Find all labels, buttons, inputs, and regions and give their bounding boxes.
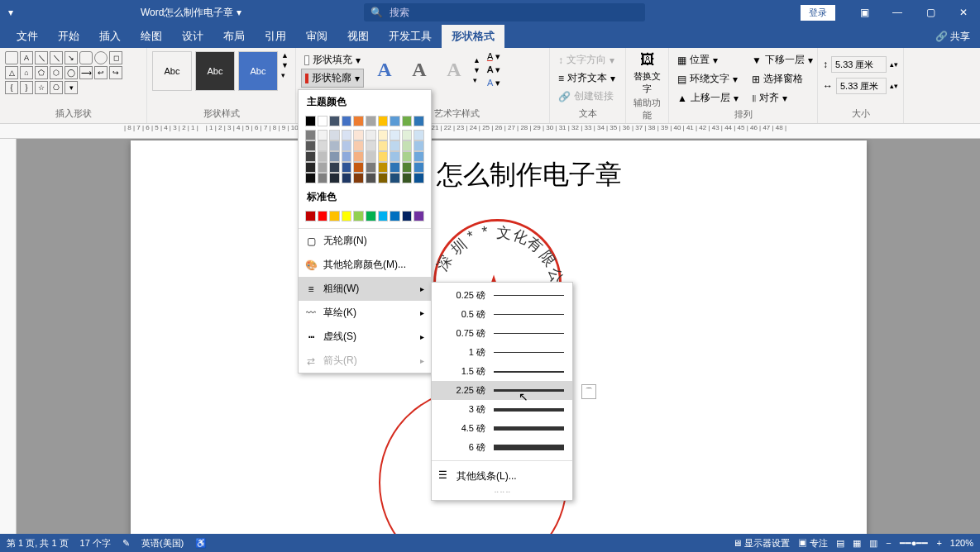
send-backward-button[interactable]: ▼下移一层 ▾ (748, 51, 816, 69)
weight-1-5[interactable]: 1.5 磅 (432, 362, 572, 381)
align-text-button[interactable]: ≡对齐文本 ▾ (555, 69, 620, 87)
wa-scroll-down[interactable]: ▼ (473, 66, 480, 74)
no-outline-item[interactable]: ▢无轮廓(N) (299, 229, 431, 253)
print-layout-icon[interactable]: ▦ (853, 538, 861, 549)
horizontal-ruler: | 8 | 7 | 6 | 5 | 4 | 3 | 2 | 1 | | 1 | … (0, 124, 980, 139)
page-status[interactable]: 第 1 页, 共 1 页 (7, 537, 69, 550)
weight-1[interactable]: 1 磅 (432, 343, 572, 362)
height-icon: ↕ (823, 59, 828, 70)
language-status[interactable]: 英语(美国) (141, 537, 184, 550)
shape-fill-button[interactable]: 形状填充 ▾ (301, 51, 364, 69)
accessibility-status-icon[interactable]: ♿ (195, 538, 207, 549)
tab-references[interactable]: 引用 (255, 25, 296, 48)
text-fill-button[interactable]: A ▾ (487, 51, 500, 62)
document-title[interactable]: Word怎么制作电子章 ▾ (141, 6, 241, 20)
wordart-gallery[interactable]: A A A (369, 55, 470, 86)
style-scroll-up[interactable]: ▲ (281, 51, 289, 59)
shape-outline-button[interactable]: 形状轮廓 ▾ (301, 69, 364, 88)
create-link-button: 🔗创建链接 (555, 88, 620, 105)
text-outline-button[interactable]: A ▾ (487, 64, 500, 75)
search-placeholder: 搜索 (390, 6, 409, 20)
read-mode-icon[interactable]: ▤ (836, 538, 844, 549)
weight-2-25[interactable]: 2.25 磅 (432, 381, 572, 400)
sketched-item[interactable]: 〰草绘(K)▸ (299, 301, 431, 325)
shape-width-input[interactable]: 5.33 厘米 (836, 78, 887, 94)
weight-icon: ≡ (305, 283, 317, 295)
tab-view[interactable]: 视图 (337, 25, 379, 48)
weight-item[interactable]: ≡粗细(W)▸ (299, 277, 431, 301)
wrap-text-button[interactable]: ▤环绕文字 ▾ (674, 70, 742, 88)
wa-more[interactable]: ▾ (473, 76, 480, 84)
spellcheck-icon[interactable]: ✎ (122, 538, 130, 549)
shape-height-input[interactable]: 5.33 厘米 (831, 56, 887, 73)
tab-insert[interactable]: 插入 (89, 25, 131, 48)
layout-options-button[interactable]: ⌒ (581, 384, 596, 399)
weight-0-75[interactable]: 0.75 磅 (432, 324, 572, 343)
tab-review[interactable]: 审阅 (296, 25, 337, 48)
focus-mode[interactable]: ▣ 专注 (798, 537, 828, 550)
text-effects-button[interactable]: A ▾ (487, 78, 500, 88)
no-outline-icon: ▢ (305, 236, 317, 247)
theme-colors-label: 主题颜色 (299, 90, 431, 114)
close-button[interactable]: ✕ (947, 0, 980, 25)
weight-3[interactable]: 3 磅 (432, 400, 572, 419)
standard-color-row[interactable] (299, 209, 431, 223)
display-settings[interactable]: 🖥 显示器设置 (733, 537, 790, 550)
forward-icon: ▲ (677, 93, 687, 104)
tab-file[interactable]: 文件 (7, 25, 48, 48)
search-box[interactable]: 🔍 搜索 (364, 3, 645, 21)
theme-color-row[interactable] (299, 114, 431, 128)
doc-title-text: 怎么制作电子章 (437, 157, 622, 193)
position-button[interactable]: ▦位置 ▾ (674, 51, 742, 69)
tab-design[interactable]: 设计 (172, 25, 213, 48)
weight-4-5[interactable]: 4.5 磅 (432, 419, 572, 438)
text-direction-button: ↕文字方向 ▾ (555, 51, 620, 69)
selection-pane-button[interactable]: ⊞选择窗格 (748, 70, 816, 88)
tab-layout[interactable]: 布局 (213, 25, 255, 48)
zoom-slider[interactable]: ━━●━━ (900, 538, 929, 549)
group-accessibility-label: 辅助功能 (631, 95, 663, 121)
autosave-icon[interactable]: ▾ (8, 7, 13, 18)
mouse-cursor: ↖ (519, 390, 528, 403)
shape-gallery[interactable]: A＼＼↘ ◻△⌂⬠⬡◯⟶ ↩↪{}☆⎔▾ (5, 51, 125, 94)
chevron-right-icon: ▸ (420, 356, 424, 365)
other-lines-item[interactable]: ☰其他线条(L)... (432, 464, 572, 488)
ribbon-display-icon[interactable]: ▣ (848, 0, 881, 25)
group-text-label: 文本 (555, 106, 620, 120)
maximize-button[interactable]: ▢ (914, 0, 947, 25)
statusbar: 第 1 页, 共 1 页 17 个字 ✎ 英语(美国) ♿ 🖥 显示器设置 ▣ … (0, 534, 980, 552)
login-button[interactable]: 登录 (801, 5, 835, 21)
zoom-out[interactable]: − (886, 538, 891, 548)
sketch-icon: 〰 (305, 307, 317, 319)
standard-colors-label: 标准色 (299, 185, 431, 209)
bring-forward-button[interactable]: ▲上移一层 ▾ (674, 89, 742, 107)
selection-icon: ⊞ (752, 74, 760, 85)
word-count[interactable]: 17 个字 (80, 537, 111, 550)
tab-home[interactable]: 开始 (48, 25, 89, 48)
position-icon: ▦ (677, 55, 686, 66)
zoom-level[interactable]: 120% (950, 538, 973, 548)
web-layout-icon[interactable]: ▥ (869, 538, 877, 549)
weight-6[interactable]: 6 磅 (432, 438, 572, 457)
tab-shape-format[interactable]: 形状格式 (442, 25, 504, 48)
alt-text-button[interactable]: 🖼 替换文字 (631, 51, 663, 95)
style-scroll-down[interactable]: ▼ (281, 61, 289, 69)
zoom-in[interactable]: + (936, 538, 941, 548)
style-more[interactable]: ▾ (281, 71, 289, 79)
wa-scroll-up[interactable]: ▲ (473, 56, 480, 64)
more-colors-item[interactable]: 🎨其他轮廓颜色(M)... (299, 253, 431, 277)
minimize-button[interactable]: — (881, 0, 914, 25)
group-shape-style-label: 形状样式 (152, 106, 290, 120)
align-icon: ⫴ (752, 93, 756, 104)
weight-0-5[interactable]: 0.5 磅 (432, 305, 572, 324)
align-button[interactable]: ⫴对齐 ▾ (748, 89, 816, 107)
text-direction-icon: ↕ (558, 55, 563, 66)
group-size-label: 大小 (823, 106, 898, 120)
tab-draw[interactable]: 绘图 (131, 25, 172, 48)
weight-0-25[interactable]: 0.25 磅 (432, 286, 572, 305)
dashes-item[interactable]: ┅虚线(S)▸ (299, 325, 431, 349)
dashes-icon: ┅ (305, 331, 317, 343)
share-button[interactable]: 🔗 共享 (925, 26, 980, 48)
shape-style-gallery[interactable]: Abc Abc Abc (152, 51, 278, 91)
tab-developer[interactable]: 开发工具 (379, 25, 442, 48)
